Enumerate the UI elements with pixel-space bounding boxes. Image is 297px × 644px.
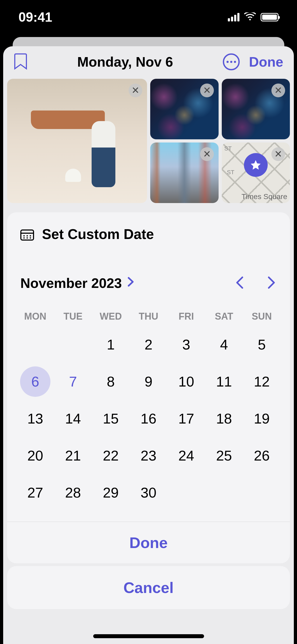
bookmark-icon[interactable] [14,53,27,71]
calendar-day[interactable]: 1 [92,336,130,353]
remove-photo-icon[interactable]: ✕ [200,147,214,161]
date-done-button[interactable]: Done [7,522,290,563]
calendar-day[interactable]: 3 [167,336,205,353]
remove-photo-icon[interactable]: ✕ [200,84,214,97]
calendar-day[interactable]: 14 [54,410,92,427]
cellular-signal-icon [228,13,239,21]
calendar-day[interactable]: 4 [205,336,243,353]
photo-thumbnail-large[interactable]: ✕ [7,79,147,203]
map-location-label: Times Square [242,192,287,201]
status-icons [228,12,279,22]
svg-point-7 [27,237,28,238]
header: Monday, Nov 6 Done [3,46,294,79]
status-time: 09:41 [18,10,52,25]
calendar-day[interactable]: 20 [16,447,54,464]
svg-point-6 [23,237,25,238]
weekday-label: WED [92,311,130,322]
remove-photo-icon[interactable]: ✕ [271,84,285,97]
svg-point-5 [30,235,31,236]
main-sheet: Monday, Nov 6 Done ✕ ✕ [3,46,294,644]
calendar-day[interactable]: 17 [167,410,205,427]
previous-month-button[interactable] [234,275,245,291]
next-month-button[interactable] [266,275,277,291]
done-button[interactable]: Done [249,54,283,70]
calendar-day[interactable]: 21 [54,447,92,464]
calendar-day[interactable]: 30 [130,484,167,501]
status-bar: 09:41 [0,0,297,34]
remove-photo-icon[interactable]: ✕ [271,147,285,161]
map-street-label: ST [227,169,234,176]
calendar-day[interactable]: 26 [243,447,281,464]
month-year-selector[interactable]: November 2023 [20,275,134,291]
header-title: Monday, Nov 6 [77,54,173,70]
photo-grid: ✕ ✕ ✕ ✕ [3,79,294,203]
calendar-day[interactable]: 29 [92,484,130,501]
weekday-label: SAT [205,311,243,322]
battery-icon [261,13,279,21]
month-year-label: November 2023 [20,275,122,291]
svg-point-3 [23,235,25,236]
calendar-day[interactable]: 24 [167,447,205,464]
calendar-day[interactable]: 8 [92,373,130,390]
calendar-day[interactable]: 19 [243,410,281,427]
calendar-day[interactable]: 18 [205,410,243,427]
calendar-day[interactable]: 11 [205,373,243,390]
date-sheet-header: Set Custom Date [7,212,290,253]
remove-photo-icon[interactable]: ✕ [129,84,142,97]
calendar-icon [20,228,34,241]
calendar-day[interactable]: 5 [243,336,281,353]
calendar-day[interactable]: 15 [92,410,130,427]
calendar-day[interactable]: 25 [205,447,243,464]
calendar-day[interactable]: 9 [130,373,167,390]
photo-thumbnail[interactable]: ✕ [150,142,219,203]
more-options-icon[interactable] [223,53,240,70]
weekday-label: MON [16,311,54,322]
calendar-grid: 1234567891011121314151617181920212223242… [7,326,290,522]
chevron-right-icon [127,276,134,290]
weekday-label: TUE [54,311,92,322]
calendar-day[interactable]: 13 [16,410,54,427]
calendar-day[interactable]: 27 [16,484,54,501]
calendar-day[interactable]: 2 [130,336,167,353]
weekday-label: SUN [243,311,281,322]
date-sheet-title: Set Custom Date [42,226,154,242]
calendar-day[interactable]: 7 [54,373,92,390]
map-street-label: ST [224,145,232,152]
date-picker-sheet: Set Custom Date November 2023 MON T [7,212,290,563]
calendar-day[interactable]: 10 [167,373,205,390]
calendar-day[interactable]: 22 [92,447,130,464]
weekday-label: THU [130,311,167,322]
svg-point-0 [249,19,251,20]
photo-thumbnail[interactable]: ✕ [222,79,290,139]
calendar-day[interactable]: 6 [16,373,54,390]
weekday-label: FRI [167,311,205,322]
wifi-icon [244,12,256,22]
svg-point-8 [30,237,31,238]
calendar-day[interactable]: 23 [130,447,167,464]
weekday-headers: MON TUE WED THU FRI SAT SUN [7,302,290,326]
calendar-day[interactable]: 16 [130,410,167,427]
calendar-day[interactable]: 12 [243,373,281,390]
map-pin-icon [244,153,268,177]
photo-thumbnail[interactable]: ✕ [150,79,219,139]
home-indicator[interactable] [93,634,204,638]
month-navigation: November 2023 [7,253,290,302]
calendar-day[interactable]: 28 [54,484,92,501]
cancel-button[interactable]: Cancel [7,566,290,609]
map-thumbnail[interactable]: ST ST Times Square ✕ [222,142,290,203]
svg-point-4 [27,235,28,236]
